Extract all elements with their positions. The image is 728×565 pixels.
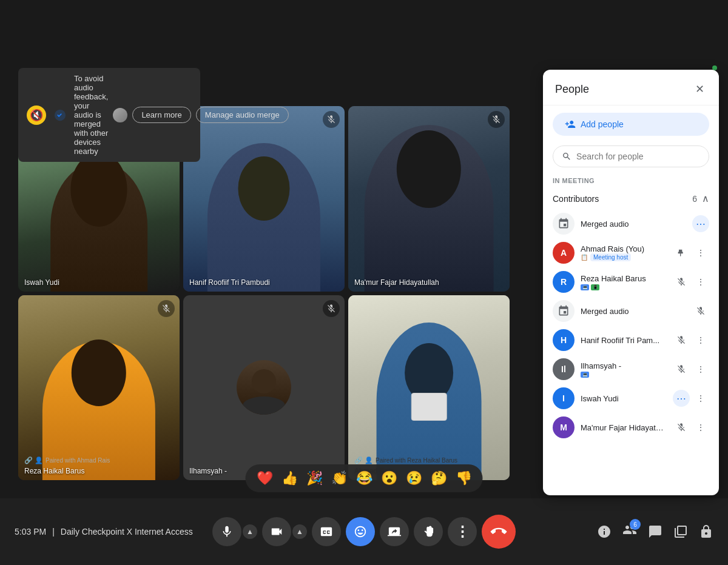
participant-row-mamur: M Ma'mur Fajar Hidayatull... ⋮ [543, 413, 719, 442]
search-input[interactable] [576, 152, 700, 161]
avatar-reza: R [553, 271, 575, 293]
captions-button[interactable] [312, 517, 341, 546]
participant-actions-ahmad: ⋮ [673, 244, 709, 261]
video-tile-5: 🔗 👤 Paired with Reza Haikal Barus Ahmad … [348, 295, 510, 481]
host-badge: Meeting host [590, 253, 631, 261]
camera-button[interactable] [262, 517, 291, 546]
tile-label-3: Reza Haikal Barus [24, 467, 84, 475]
tile-mic-off-1 [323, 111, 340, 128]
more-button-mamur[interactable]: ⋮ [692, 419, 709, 436]
tile-mic-off-2 [488, 111, 505, 128]
participant-row-hanif: H Hanif Roofiif Tri Pam... ⋮ [543, 326, 719, 355]
video-grid: ⋮ Iswah Yudi Hanif Roofiif Tri Pambudi M… [18, 106, 510, 480]
laptop-badge-ilhamsyah: 💻 [581, 372, 589, 378]
participant-name-iswah: Iswah Yudi [581, 394, 667, 403]
notification-bar: 🔇 To avoid audio feedback, your audio is… [18, 68, 200, 162]
device-badges-ilhamsyah: 💻 [581, 372, 667, 378]
participant-actions-iswah: ⋯ ⋮ [673, 390, 709, 407]
merged-audio-row-2: Merged audio [543, 296, 719, 326]
activities-button[interactable] [673, 524, 688, 539]
meeting-separator: | [52, 527, 55, 537]
more-button-iswah[interactable]: ⋮ [692, 390, 709, 407]
more-button-hanif[interactable]: ⋮ [692, 332, 709, 349]
emoji-party[interactable]: 🎉 [304, 469, 325, 487]
raise-hand-button[interactable] [414, 517, 443, 546]
camera-chevron[interactable]: ▲ [292, 524, 307, 539]
chat-button[interactable] [648, 524, 662, 539]
merged-audio-more-1[interactable]: ⋯ [692, 215, 709, 232]
end-call-button[interactable] [482, 515, 516, 549]
mic-chevron[interactable]: ▲ [243, 524, 257, 539]
present-button[interactable] [380, 517, 409, 546]
merged-audio-name-2: Merged audio [581, 307, 686, 316]
emoji-clap[interactable]: 👏 [329, 469, 350, 487]
emoji-laugh[interactable]: 😂 [354, 469, 375, 487]
participant-name-reza: Reza Haikal Barus [581, 274, 667, 283]
people-badge: 6 [630, 519, 641, 530]
add-people-button[interactable]: Add people [553, 113, 709, 136]
phone-badge-reza: 📱 [591, 284, 599, 290]
manage-audio-button[interactable]: Manage audio merge [196, 107, 289, 123]
notif-mute-icon: 🔇 [27, 105, 46, 125]
meeting-time: 5:03 PM [15, 527, 46, 537]
video-tile-1: Hanif Roofiif Tri Pambudi [183, 106, 345, 292]
tile-label-0: Iswah Yudi [24, 278, 59, 287]
more-options-button[interactable]: ⋮ [448, 517, 477, 546]
emoji-button[interactable] [346, 517, 375, 546]
mic-button-hanif[interactable] [673, 332, 690, 349]
search-icon [562, 151, 571, 162]
controls-right: 6 [597, 523, 713, 541]
emoji-wow[interactable]: 😮 [379, 469, 400, 487]
device-badges-reza: 💻 📱 [581, 284, 667, 290]
close-panel-button[interactable]: ✕ [690, 79, 709, 99]
participant-info-mamur: Ma'mur Fajar Hidayatull... [581, 423, 667, 432]
participant-actions-hanif: ⋮ [673, 332, 709, 349]
emoji-thumbsup[interactable]: 👍 [279, 469, 300, 487]
panel-title: People [555, 83, 589, 96]
more-blue-iswah[interactable]: ⋯ [673, 390, 690, 407]
mic-button-reza[interactable] [673, 273, 690, 290]
contributors-row[interactable]: Contributors 6 ∧ [543, 188, 719, 209]
notif-avatar [113, 108, 127, 122]
learn-more-button[interactable]: Learn more [132, 107, 190, 123]
more-button-ahmad[interactable]: ⋮ [692, 244, 709, 261]
tile-label-4: Ilhamsyah - [189, 467, 227, 475]
participant-info-hanif: Hanif Roofiif Tri Pam... [581, 336, 667, 345]
video-tile-4: Ilhamsyah - [183, 295, 345, 481]
participant-row-reza: R Reza Haikal Barus 💻 📱 ⋮ [543, 267, 719, 296]
controls-center: ▲ ▲ [212, 515, 516, 549]
tile-label-2: Ma'mur Fajar Hidayatullah [354, 278, 439, 287]
emoji-think[interactable]: 🤔 [428, 469, 450, 487]
mic-button-mamur[interactable] [673, 419, 690, 436]
video-tile-3: 🔗 👤 Paired with Ahmad Rais Reza Haikal B… [18, 295, 180, 481]
tile-mic-off-4 [323, 300, 340, 317]
participant-name-mamur: Ma'mur Fajar Hidayatull... [581, 423, 667, 432]
mic-button-ilhamsyah[interactable] [673, 361, 690, 378]
emoji-sad[interactable]: 😢 [403, 469, 425, 487]
merged-audio-mic-2[interactable] [692, 303, 709, 319]
avatar-iswah: I [553, 387, 575, 409]
notif-merge-icon [51, 106, 69, 124]
participant-name-ilhamsyah: Ilhamsyah - [581, 361, 667, 370]
mic-button[interactable] [212, 517, 241, 546]
participant-actions-ilhamsyah: ⋮ [673, 361, 709, 378]
more-button-ilhamsyah[interactable]: ⋮ [692, 361, 709, 378]
lock-button[interactable] [699, 524, 713, 539]
emoji-thumbsdown[interactable]: 👎 [453, 469, 474, 487]
meeting-title: Daily Checkpoint X Internet Access [61, 527, 193, 537]
avatar-ilhamsyah: Il [553, 358, 575, 380]
merged-audio-icon-2 [553, 300, 575, 322]
participant-actions-mamur: ⋮ [673, 419, 709, 436]
camera-group: ▲ [262, 517, 307, 546]
participants-list: Merged audio ⋯ A Ahmad Rais (You) 📋 Meet… [543, 209, 719, 495]
more-button-reza[interactable]: ⋮ [692, 273, 709, 290]
notification-text: To avoid audio feedback, your audio is m… [74, 74, 108, 156]
pin-button-ahmad[interactable] [673, 244, 690, 261]
info-button[interactable] [597, 524, 612, 539]
emoji-heart[interactable]: ❤️ [254, 469, 275, 487]
contributors-label: Contributors [553, 194, 599, 204]
emoji-bar: ❤️ 👍 🎉 👏 😂 😮 😢 🤔 👎 [246, 464, 483, 492]
avatar-hanif: H [553, 329, 575, 351]
people-button[interactable]: 6 [622, 523, 637, 541]
participant-row-ilhamsyah: Il Ilhamsyah - 💻 ⋮ [543, 355, 719, 384]
